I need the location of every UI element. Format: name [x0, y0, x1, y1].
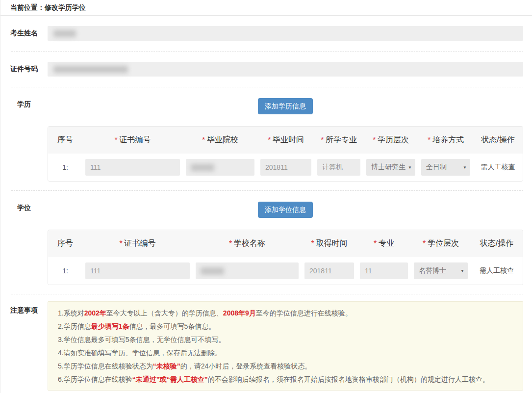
- education-section: 学历 添加学历信息 序号 *证书编号 *毕业院校 *毕业时间 *所学专业 *学历…: [0, 87, 532, 190]
- note-item: 2.学历信息最少填写1条信息，最多可填写5条信息。: [58, 320, 513, 333]
- column-header-level: *学历层次: [363, 135, 418, 145]
- degree-level-select[interactable]: 名誉博士▼: [414, 262, 468, 279]
- column-header-major: *专业: [357, 238, 411, 249]
- degree-section: 学位 添加学位信息 序号 *证书编号 *学校名称 *取得时间 *专业 *学位层次…: [0, 191, 532, 294]
- notes-section-label: 注意事项: [0, 301, 48, 391]
- required-mark: *: [321, 136, 324, 145]
- column-header-major: *所学专业: [314, 135, 363, 145]
- notes-box: 1.系统对2002年至今大专以上（含大专）的学历信息、2008年9月至今的学位信…: [48, 301, 523, 391]
- education-status-badge: 需人工核查: [481, 163, 515, 172]
- degree-major-input[interactable]: 11: [360, 262, 408, 279]
- required-mark: *: [428, 136, 431, 145]
- degree-obtain-time-input[interactable]: 201811: [304, 262, 354, 279]
- id-number-row: 证件号码: [0, 52, 532, 87]
- degree-school-input[interactable]: [196, 262, 299, 279]
- note-item: 3.学位信息最多可填写5条信息，无学位信息可不填写。: [58, 333, 513, 346]
- required-mark: *: [268, 136, 271, 145]
- column-header-obtain-time: *取得时间: [302, 238, 357, 249]
- column-header-cert-no: *证书编号: [82, 238, 193, 249]
- note-item: 5.学历学位信息在线核验状态为“未核验”的，请24小时后，登录系统查看核验状态。: [58, 360, 513, 373]
- candidate-name-row: 考生姓名: [0, 16, 532, 51]
- required-mark: *: [374, 239, 377, 248]
- modify-education-degree-page: 当前位置：修改学历学位 考生姓名 证件号码 学历 添加学历信息 序号 *证书编号…: [0, 0, 532, 393]
- education-grad-time-input[interactable]: 201811: [260, 159, 311, 176]
- column-header-mode: *培养方式: [418, 135, 473, 145]
- required-mark: *: [373, 136, 376, 145]
- redacted-school-value: [191, 164, 214, 171]
- required-mark: *: [311, 239, 314, 248]
- degree-table: 序号 *证书编号 *学校名称 *取得时间 *专业 *学位层次 状态/操作 1: …: [48, 230, 523, 285]
- degree-status-badge: 需人工核查: [480, 266, 514, 275]
- row-index: 1:: [48, 163, 82, 171]
- education-mode-select[interactable]: 全日制▼: [421, 159, 470, 176]
- degree-section-label: 学位: [0, 199, 48, 285]
- degree-cert-no-input[interactable]: 111: [85, 262, 190, 279]
- candidate-name-field: [48, 26, 523, 41]
- breadcrumb: 当前位置：修改学历学位: [0, 0, 532, 16]
- add-education-button[interactable]: 添加学历信息: [258, 98, 313, 114]
- column-header-level: *学位层次: [411, 238, 471, 249]
- education-level-select[interactable]: 博士研究生▼: [366, 159, 415, 176]
- required-mark: *: [119, 239, 122, 248]
- column-header-school: *毕业院校: [183, 135, 257, 145]
- breadcrumb-text: 当前位置：修改学历学位: [10, 3, 86, 11]
- notes-section: 注意事项 1.系统对2002年至今大专以上（含大专）的学历信息、2008年9月至…: [0, 294, 532, 393]
- education-table: 序号 *证书编号 *毕业院校 *毕业时间 *所学专业 *学历层次 *培养方式 状…: [48, 126, 523, 182]
- redacted-name-value: [53, 30, 76, 37]
- degree-table-header: 序号 *证书编号 *学校名称 *取得时间 *专业 *学位层次 状态/操作: [48, 230, 523, 257]
- column-header-index: 序号: [48, 135, 82, 145]
- education-section-label: 学历: [0, 95, 48, 182]
- chevron-down-icon: ▼: [408, 165, 412, 170]
- degree-table-row: 1: 111 201811 11 名誉博士▼ 需人工核查: [48, 257, 523, 285]
- education-school-input[interactable]: [186, 159, 254, 176]
- required-mark: *: [423, 239, 426, 248]
- candidate-name-label: 考生姓名: [0, 29, 48, 38]
- row-index: 1:: [48, 267, 82, 275]
- required-mark: *: [202, 136, 205, 145]
- note-item: 6.学历学位信息在线核验“未通过”或“需人工核查”的不会影响后续报名，须在报名开…: [58, 373, 513, 386]
- chevron-down-icon: ▼: [460, 269, 464, 273]
- column-header-status: 状态/操作: [473, 135, 523, 145]
- column-header-grad-time: *毕业时间: [257, 135, 314, 145]
- note-item: 4.请如实准确填写学历、学位信息，保存后无法删除。: [58, 346, 513, 360]
- education-table-row: 1: 111 201811 计算机 博士研究生▼ 全日制▼ 需人工核查: [48, 154, 523, 181]
- column-header-status: 状态/操作: [471, 238, 523, 249]
- column-header-school-name: *学校名称: [193, 238, 302, 249]
- column-header-index: 序号: [48, 238, 82, 249]
- education-table-header: 序号 *证书编号 *毕业院校 *毕业时间 *所学专业 *学历层次 *培养方式 状…: [48, 127, 523, 154]
- required-mark: *: [114, 136, 117, 145]
- education-major-input[interactable]: 计算机: [317, 159, 360, 176]
- chevron-down-icon: ▼: [463, 165, 467, 170]
- id-number-field: [48, 62, 523, 77]
- education-cert-no-input[interactable]: 111: [85, 159, 180, 176]
- redacted-school-value: [201, 267, 224, 275]
- required-mark: *: [229, 239, 232, 248]
- column-header-cert-no: *证书编号: [82, 135, 183, 145]
- redacted-id-value: [53, 66, 128, 73]
- id-number-label: 证件号码: [0, 65, 48, 74]
- note-item: 1.系统对2002年至今大专以上（含大专）的学历信息、2008年9月至今的学位信…: [58, 307, 513, 320]
- add-degree-button[interactable]: 添加学位信息: [258, 202, 313, 218]
